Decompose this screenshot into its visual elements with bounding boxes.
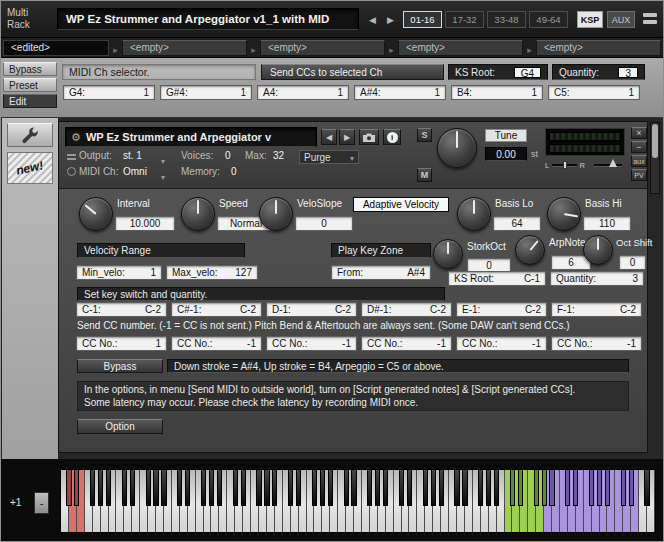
piano-key-black[interactable]	[130, 470, 135, 506]
solo-button[interactable]: S	[417, 128, 432, 142]
min-velo-value[interactable]: 1	[150, 267, 156, 278]
rack-view-icon[interactable]	[643, 13, 657, 27]
aux-button[interactable]: AUX	[607, 11, 635, 28]
page-button-01-16[interactable]: 01-16	[403, 11, 442, 28]
oct-shift-value[interactable]: 0	[619, 255, 646, 270]
piano-key-black[interactable]	[344, 470, 349, 506]
wrench-edit-button[interactable]	[7, 123, 53, 147]
oct-shift-knob[interactable]	[583, 235, 613, 265]
page-button-49-64[interactable]: 49-64	[529, 11, 568, 28]
note-quantity-field[interactable]: C5: 1	[548, 85, 640, 100]
cc-value[interactable]: -1	[437, 338, 446, 349]
multi-preset-button[interactable]: Preset	[3, 78, 57, 92]
pan-slider[interactable]: L R	[545, 160, 585, 170]
piano-key-black[interactable]	[98, 470, 103, 506]
instrument-title-bar[interactable]: WP Ez Strummer and Arpeggiator v	[65, 127, 317, 147]
keyswitch-field[interactable]: C-1: C-2	[76, 302, 167, 317]
ks-root-field[interactable]: KS Root: C-1	[448, 271, 546, 286]
tab-empty-1[interactable]: <empty>	[122, 40, 247, 56]
basis-hi-knob[interactable]	[547, 197, 581, 231]
piano-key-black[interactable]	[439, 470, 444, 506]
piano-key-black[interactable]	[90, 470, 95, 506]
min-velo-field[interactable]: Min_velo: 1	[76, 265, 162, 280]
piano-key-black[interactable]	[423, 470, 428, 506]
keyswitch-field[interactable]: D#-1: C-2	[361, 302, 452, 317]
send-ccs-button[interactable]: Send CCs to selected Ch	[261, 64, 444, 80]
cc-number-field[interactable]: CC No.: -1	[551, 336, 642, 351]
note-quantity-field[interactable]: A#4: 1	[354, 85, 446, 100]
quantity-field[interactable]: Quantity: 3	[550, 271, 644, 286]
piano-key-black[interactable]	[431, 470, 436, 506]
from-key-field[interactable]: From: A#4	[331, 265, 431, 280]
adaptive-velocity-toggle[interactable]: Adaptive Velocity	[353, 197, 449, 212]
snapshot-camera-button[interactable]	[359, 129, 379, 145]
cc-value[interactable]: -1	[342, 338, 351, 349]
piano-key-black[interactable]	[177, 470, 182, 506]
piano-key-black[interactable]	[589, 470, 594, 506]
veloslope-knob[interactable]	[259, 197, 293, 231]
piano-key-black[interactable]	[510, 470, 515, 506]
piano-key-black[interactable]	[312, 470, 317, 506]
multi-edit-button[interactable]: Edit	[3, 94, 57, 108]
piano-key-black[interactable]	[106, 470, 111, 506]
piano-key-black[interactable]	[573, 470, 578, 506]
volume-handle[interactable]	[609, 159, 617, 167]
piano-key-black[interactable]	[367, 470, 372, 506]
keyswitch-field[interactable]: E-1: C-2	[456, 302, 547, 317]
piano-key-black[interactable]	[241, 470, 246, 506]
piano-key-black[interactable]	[185, 470, 190, 506]
piano-key-black[interactable]	[478, 470, 483, 506]
volume-groove[interactable]	[594, 164, 622, 167]
cc-value[interactable]: -1	[627, 338, 636, 349]
piano-key-black[interactable]	[518, 470, 523, 506]
piano-key-black[interactable]	[534, 470, 539, 506]
performance-view-button[interactable]: PV	[631, 169, 647, 181]
cc-number-field[interactable]: CC No.: -1	[361, 336, 452, 351]
piano-key-black[interactable]	[549, 470, 554, 506]
pan-groove[interactable]	[552, 164, 576, 167]
piano-key-black[interactable]	[161, 470, 166, 506]
prev-instrument-arrow-icon[interactable]	[365, 12, 380, 27]
midi-ch-value[interactable]: Omni	[123, 166, 147, 177]
pan-handle[interactable]	[563, 161, 567, 169]
note-value[interactable]: 1	[531, 87, 537, 98]
page-button-33-48[interactable]: 33-48	[487, 11, 526, 28]
note-value[interactable]: 1	[240, 87, 246, 98]
info-button[interactable]	[383, 129, 401, 145]
keyswitch-value[interactable]: C-2	[430, 304, 446, 315]
piano-key-black[interactable]	[407, 470, 412, 506]
note-quantity-field[interactable]: G4: 1	[63, 85, 155, 100]
page-button-17-32[interactable]: 17-32	[445, 11, 484, 28]
option-button[interactable]: Option	[77, 419, 163, 434]
prev-preset-arrow-icon[interactable]	[321, 129, 337, 145]
basis-lo-value[interactable]: 64	[493, 216, 541, 231]
next-preset-arrow-icon[interactable]	[339, 129, 355, 145]
rack-scrollbar-thumb[interactable]	[652, 124, 658, 158]
piano-key-black[interactable]	[256, 470, 261, 506]
purge-menu[interactable]: Purge	[299, 150, 359, 164]
arpnotes-knob[interactable]	[515, 235, 545, 265]
script-bypass-button[interactable]: Bypass	[77, 359, 163, 373]
piano-key-black[interactable]	[383, 470, 388, 506]
ksp-button[interactable]: KSP	[577, 11, 603, 28]
piano-key-black[interactable]	[153, 470, 158, 506]
piano-key-black[interactable]	[486, 470, 491, 506]
quantity-value[interactable]: 3	[618, 67, 638, 78]
tab-edited[interactable]: <edited>	[3, 40, 109, 56]
piano-key-black[interactable]	[320, 470, 325, 506]
interval-value[interactable]: 10.000	[115, 216, 175, 231]
ks-root-value[interactable]: G4	[514, 67, 541, 78]
piano-key-black[interactable]	[542, 470, 547, 506]
from-key-value[interactable]: A#4	[407, 267, 425, 278]
piano-key-black[interactable]	[209, 470, 214, 506]
multi-ks-root-field[interactable]: KS Root: G4	[448, 64, 548, 80]
max-velo-field[interactable]: Max_velo: 127	[166, 265, 258, 280]
octave-shift-display[interactable]: +1	[10, 497, 21, 508]
piano-key-black[interactable]	[605, 470, 610, 506]
keyswitch-value[interactable]: C-2	[525, 304, 541, 315]
cc-number-field[interactable]: CC No.: -1	[171, 336, 262, 351]
midi-ch-dropdown-icon[interactable]	[161, 166, 165, 184]
cc-value[interactable]: -1	[247, 338, 256, 349]
tab-empty-3[interactable]: <empty>	[398, 40, 523, 56]
piano-key-black[interactable]	[328, 470, 333, 506]
